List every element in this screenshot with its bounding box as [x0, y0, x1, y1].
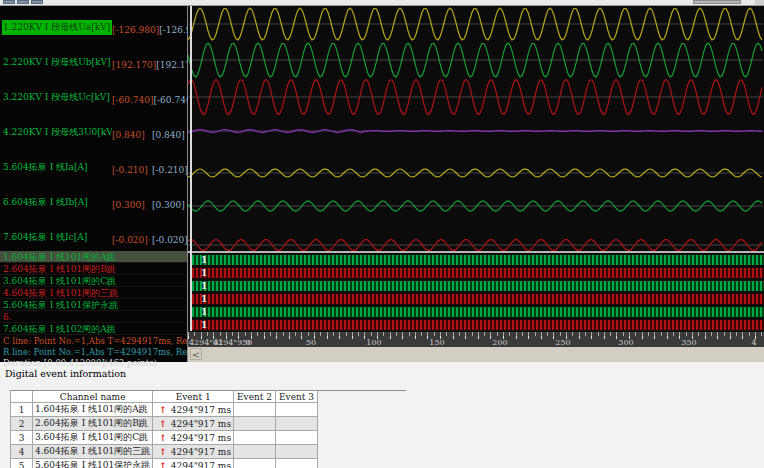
channel-name-cell: 1.604拓泉 I 线101闸的A跳 [33, 403, 153, 417]
reference-value: [-0.210] [152, 165, 188, 175]
digital-state-value: 1 [201, 307, 207, 317]
waveform-pane[interactable]: 111111 4294"914294"950050100150200250300… [188, 6, 764, 362]
digital-event-table[interactable]: Channel nameEvent 1Event 2Event 3 11.604… [10, 390, 318, 468]
analog-channel-name[interactable]: 2.220KV I 段母线Ub[kV] [2, 55, 112, 70]
table-top-rule [10, 390, 406, 391]
event-time: 4294"917 ms [171, 447, 231, 457]
digital-state-value: 1 [201, 294, 207, 304]
analog-channel-row[interactable]: 5.604拓泉 I 线Ia[A][-0.210][-0.210] [0, 146, 187, 181]
event-cell: ↑4294"917 ms [153, 403, 234, 417]
toolbar-button[interactable] [31, 0, 43, 4]
digital-channel-row[interactable]: 4.604拓泉 I 线101闸的三跳 [0, 287, 187, 299]
digital-trace-bar [192, 268, 764, 278]
event-time: 4294"917 ms [171, 419, 231, 429]
scroll-left-button[interactable]: < [190, 348, 202, 360]
event-cell: ↑4294"917 ms [153, 431, 234, 445]
event-time: 4294"917 ms [171, 405, 231, 415]
ruler-label: 150 [429, 338, 444, 347]
digital-state-value: 1 [201, 320, 207, 330]
table-row[interactable]: 11.604拓泉 I 线101闸的A跳↑4294"917 ms [11, 403, 318, 417]
analog-channel-row[interactable]: 2.220KV I 段母线Ub[kV][192.170][192.170] [0, 41, 187, 76]
digital-trace-bar [192, 294, 764, 304]
digital-channel-row[interactable]: 2.604拓泉 I 线101闸的B跳 [0, 263, 187, 275]
table-header-row: Channel nameEvent 1Event 2Event 3 [11, 391, 318, 403]
analog-channel-row[interactable]: 6.604拓泉 I 线Ib[A][0.300][0.300] [0, 181, 187, 216]
ruler-label: 200 [492, 338, 507, 347]
row-number-cell: 2 [11, 417, 33, 431]
table-row[interactable]: 22.604拓泉 I 线101闸的B跳↑4294"917 ms [11, 417, 318, 431]
table-row[interactable]: 55.604拓泉 I 线101保护永跳↑4294"917 ms [11, 459, 318, 468]
analog-channel-row[interactable]: 3.220KV I 段母线Uc[kV][-60.740][-60.740] [0, 76, 187, 111]
waveform-scrollbar[interactable]: < [188, 347, 764, 362]
event-cell: ↑4294"917 ms [153, 459, 234, 468]
row-number-cell: 4 [11, 445, 33, 459]
digital-trace-row[interactable]: 1 [188, 253, 764, 266]
event-cell [276, 445, 318, 459]
channel-name-cell: 4.604拓泉 I 线101闸的三跳 [33, 445, 153, 459]
duration-status: Duration [0:00.412000](463 points) [3, 359, 187, 368]
analog-channel-name[interactable]: 6.604拓泉 I 线Ib[A] [2, 195, 112, 210]
event-cell: ↑4294"917 ms [153, 445, 234, 459]
cursor-value: [-60.740] [112, 95, 154, 105]
digital-trace-row[interactable]: 1 [188, 279, 764, 292]
event-cell [234, 431, 276, 445]
time-ruler[interactable]: 4294"914294"9500501001502002503003504 [188, 331, 764, 347]
toolbar-button[interactable] [17, 0, 29, 4]
channel-label-panel: 1.220KV I 段母线Ua[kV][-126.980][-126.980]2… [0, 6, 188, 362]
digital-channel-row[interactable]: 5.604拓泉 I 线101保护永跳 [0, 299, 187, 311]
top-scrollbar-thumb[interactable] [693, 0, 741, 4]
analog-channel-name[interactable]: 4.220KV I 段母线3U0[kV] [2, 125, 112, 140]
table-header-cell: Event 2 [234, 391, 276, 403]
analog-channel-name[interactable]: 5.604拓泉 I 线Ia[A] [2, 160, 112, 175]
cursor-status-box: C line: Point No.=1,Abs T=4294917ms, Rel… [0, 335, 187, 368]
event-cell [234, 445, 276, 459]
cursor-value: [0.300] [112, 200, 152, 210]
rising-edge-icon: ↑ [159, 461, 167, 468]
cursor-value: [-0.210] [112, 165, 152, 175]
ruler-minor-ticks [188, 332, 764, 336]
digital-trace-row[interactable]: 1 [188, 292, 764, 305]
ruler-label: 250 [555, 338, 570, 347]
event-time: 4294"917 ms [171, 461, 231, 468]
digital-channel-list: 1.604拓泉 I 线101闸的A跳2.604拓泉 I 线101闸的B跳3.60… [0, 251, 187, 335]
channel-name-cell: 3.604拓泉 I 线101闸的C跳 [33, 431, 153, 445]
event-cell [276, 403, 318, 417]
digital-channel-row[interactable]: 1.604拓泉 I 线101闸的A跳 [0, 251, 187, 263]
digital-state-value: 1 [201, 281, 207, 291]
toolbar-button[interactable] [3, 0, 15, 4]
digital-state-value: 1 [201, 268, 207, 278]
digital-trace-area: 111111 [188, 251, 764, 331]
rising-edge-icon: ↑ [159, 433, 167, 443]
event-cell [276, 431, 318, 445]
digital-channel-row[interactable]: 7.604拓泉 I 线102闸的A跳 [0, 323, 187, 335]
digital-trace-row[interactable]: 1 [188, 305, 764, 318]
analog-channel-row[interactable]: 7.604拓泉 I 线Ic[A][-0.020][-0.020] [0, 216, 187, 251]
analog-channel-name[interactable]: 3.220KV I 段母线Uc[kV] [2, 90, 112, 105]
analog-channel-row[interactable]: 1.220KV I 段母线Ua[kV][-126.980][-126.980] [0, 6, 187, 41]
digital-trace-row[interactable]: 1 [188, 266, 764, 279]
channel-name-cell: 5.604拓泉 I 线101保护永跳 [33, 459, 153, 468]
table-header-cell: Channel name [33, 391, 153, 403]
digital-trace-row[interactable]: 1 [188, 318, 764, 331]
table-row[interactable]: 33.604拓泉 I 线101闸的C跳↑4294"917 ms [11, 431, 318, 445]
ruler-label: 0 [245, 338, 250, 347]
channel-name-cell: 2.604拓泉 I 线101闸的B跳 [33, 417, 153, 431]
analog-channel-list: 1.220KV I 段母线Ua[kV][-126.980][-126.980]2… [0, 6, 187, 251]
fault-recorder-window: 1.220KV I 段母线Ua[kV][-126.980][-126.980]2… [0, 0, 764, 468]
table-row[interactable]: 44.604拓泉 I 线101闸的三跳↑4294"917 ms [11, 445, 318, 459]
digital-trace-bar [192, 307, 764, 317]
cursor-value: [192.170] [112, 60, 156, 70]
digital-channel-row[interactable]: 3.604拓泉 I 线101闸的C跳 [0, 275, 187, 287]
rising-edge-icon: ↑ [159, 405, 167, 415]
analog-channel-name[interactable]: 1.220KV I 段母线Ua[kV] [2, 20, 112, 35]
table-header-cell [11, 391, 33, 403]
analog-channel-name[interactable]: 7.604拓泉 I 线Ic[A] [2, 230, 112, 245]
event-cell [234, 459, 276, 468]
time-cursor-line[interactable] [190, 6, 192, 331]
table-header-cell: Event 3 [276, 391, 318, 403]
digital-channel-row[interactable]: 6. [0, 311, 187, 323]
row-number-cell: 5 [11, 459, 33, 468]
rising-edge-icon: ↑ [159, 419, 167, 429]
analog-channel-row[interactable]: 4.220KV I 段母线3U0[kV][0.840][0.840] [0, 111, 187, 146]
cursor-value: [-126.980] [112, 25, 159, 35]
